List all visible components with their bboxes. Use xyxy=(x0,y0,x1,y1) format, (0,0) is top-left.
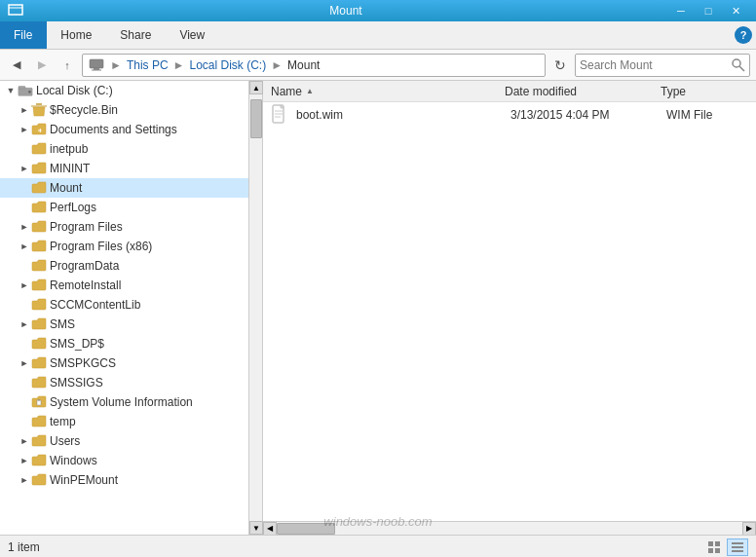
file-row-boot-wim[interactable]: boot.wim 3/13/2015 4:04 PM WIM File xyxy=(263,102,756,128)
tree-item-programfiles[interactable]: ► Program Files xyxy=(0,217,248,237)
expander-winpemount[interactable]: ► xyxy=(18,473,31,487)
expander-programfiles-x86[interactable]: ► xyxy=(18,240,31,253)
h-scroll-left[interactable]: ◀ xyxy=(263,522,277,536)
h-scroll-thumb[interactable] xyxy=(277,523,335,535)
path-local-disk[interactable]: Local Disk (C:) xyxy=(189,58,266,72)
tree-label-programfiles: Program Files xyxy=(50,220,123,234)
tree-item-smspkg[interactable]: ► SMSPKGCS xyxy=(0,353,248,373)
folder-minint-icon xyxy=(31,162,47,175)
col-date-label: Date modified xyxy=(505,85,577,98)
tree-item-local-disk[interactable]: ▼ Local Disk (C:) xyxy=(0,81,248,100)
view-details-button[interactable] xyxy=(727,538,748,556)
path-this-pc[interactable]: This PC xyxy=(127,58,169,72)
expander-users[interactable]: ► xyxy=(18,434,31,448)
tree-item-sccm[interactable]: ► SCCMContentLib xyxy=(0,295,248,315)
search-box[interactable] xyxy=(575,54,750,77)
file-name-label: boot.wim xyxy=(296,108,510,122)
tree-item-smssigs[interactable]: ► SMSSIGS xyxy=(0,373,248,392)
tree-item-sysvolinfo[interactable]: ► System Volume Information xyxy=(0,392,248,412)
up-button[interactable]: ↑ xyxy=(57,55,78,76)
tree-scroll-down[interactable]: ▼ xyxy=(249,521,263,535)
close-button[interactable]: ✕ xyxy=(723,2,748,19)
folder-smsdp-icon xyxy=(31,337,47,351)
tree-scroll-thumb[interactable] xyxy=(250,99,262,138)
address-path[interactable]: ► This PC ► Local Disk (C:) ► Mount xyxy=(82,54,546,77)
tree-item-temp[interactable]: ► temp xyxy=(0,412,248,431)
svg-rect-20 xyxy=(732,542,743,544)
window-controls: ─ □ ✕ xyxy=(668,2,748,19)
tree-item-inetpub[interactable]: ► inetpub xyxy=(0,139,248,159)
forward-button[interactable]: ▶ xyxy=(31,55,53,76)
tree-item-programdata[interactable]: ► ProgramData xyxy=(0,256,248,276)
tree-item-programfiles-x86[interactable]: ► Program Files (x86) xyxy=(0,237,248,256)
view-tiles-button[interactable] xyxy=(703,538,725,556)
svg-rect-17 xyxy=(715,541,720,546)
expander-local-disk[interactable]: ▼ xyxy=(4,84,18,97)
tree-item-windows[interactable]: ► Windows xyxy=(0,451,248,470)
folder-programfiles-icon xyxy=(31,220,47,234)
tree-item-mount[interactable]: ► Mount xyxy=(0,178,248,198)
tree-item-recycle[interactable]: ► $Recycle.Bin xyxy=(0,100,248,120)
status-item-count: 1 item xyxy=(8,540,40,554)
title-bar: Mount ─ □ ✕ xyxy=(0,0,756,21)
back-button[interactable]: ◀ xyxy=(6,55,27,76)
ribbon-help[interactable]: ? xyxy=(735,21,756,49)
col-header-name[interactable]: Name ▲ xyxy=(271,85,505,98)
col-header-type[interactable]: Type xyxy=(661,85,748,98)
refresh-button[interactable]: ↻ xyxy=(549,55,571,76)
expander-recycle[interactable]: ► xyxy=(18,103,31,117)
tree-item-winpemount[interactable]: ► WinPEMount xyxy=(0,470,248,490)
minimize-button[interactable]: ─ xyxy=(668,2,694,19)
tree-label-programfiles-x86: Program Files (x86) xyxy=(50,240,152,253)
h-scroll-track[interactable] xyxy=(277,522,742,536)
path-mount: Mount xyxy=(287,58,320,72)
tree-label-sms: SMS xyxy=(50,317,75,331)
tree-label-winpemount: WinPEMount xyxy=(50,473,118,487)
file-date-cell: 3/13/2015 4:04 PM xyxy=(510,108,666,122)
search-input[interactable] xyxy=(580,58,732,72)
tree-label-sccm: SCCMContentLib xyxy=(50,298,140,312)
column-headers: Name ▲ Date modified Type xyxy=(263,81,756,102)
help-button[interactable]: ? xyxy=(735,26,752,44)
expander-programfiles[interactable]: ► xyxy=(18,220,31,234)
folder-windows-icon xyxy=(31,454,47,467)
svg-point-5 xyxy=(733,59,740,67)
maximize-button[interactable]: □ xyxy=(696,2,721,19)
tree-item-sms[interactable]: ► SMS xyxy=(0,315,248,334)
tree-scroll-up[interactable]: ▲ xyxy=(249,81,263,94)
tab-file[interactable]: File xyxy=(0,21,47,49)
expander-remoteinstall[interactable]: ► xyxy=(18,278,31,292)
folder-programfiles-x86-icon xyxy=(31,240,47,253)
svg-rect-9 xyxy=(19,87,25,90)
col-header-date[interactable]: Date modified xyxy=(505,85,661,98)
tree-vertical-scrollbar[interactable]: ▲ ▼ xyxy=(248,81,262,535)
tab-home[interactable]: Home xyxy=(47,21,106,49)
tree-item-perflogs[interactable]: ► PerfLogs xyxy=(0,198,248,217)
tree-label-smspkg: SMSPKGCS xyxy=(50,356,116,370)
tree-item-minint[interactable]: ► MININT xyxy=(0,159,248,178)
folder-sms-icon xyxy=(31,317,47,331)
expander-docsettings[interactable]: ► xyxy=(18,123,31,136)
svg-rect-2 xyxy=(90,59,103,68)
tree-item-docsettings[interactable]: ► Documents and Settings xyxy=(0,120,248,139)
expander-minint[interactable]: ► xyxy=(18,162,31,175)
tree-item-users[interactable]: ► Users xyxy=(0,431,248,451)
tree-item-smsdp[interactable]: ► SMS_DP$ xyxy=(0,334,248,353)
folder-remoteinstall-icon xyxy=(31,278,47,292)
tab-share[interactable]: Share xyxy=(106,21,166,49)
path-sep-2: ► xyxy=(173,58,185,72)
tree-label-recycle: $Recycle.Bin xyxy=(50,103,118,117)
tree-item-remoteinstall[interactable]: ► RemoteInstall xyxy=(0,276,248,295)
expander-smspkg[interactable]: ► xyxy=(18,356,31,370)
folder-mount-icon xyxy=(31,181,47,195)
window-icon xyxy=(8,4,23,18)
content-horizontal-scrollbar[interactable]: ◀ ▶ xyxy=(263,521,756,535)
h-scroll-right[interactable]: ▶ xyxy=(742,522,756,536)
tab-view[interactable]: View xyxy=(166,21,219,49)
col-name-label: Name xyxy=(271,85,302,98)
expander-sms[interactable]: ► xyxy=(18,317,31,331)
file-date-label: 3/13/2015 4:04 PM xyxy=(510,108,609,122)
tree-scroll-track[interactable] xyxy=(249,94,262,521)
recycle-icon xyxy=(31,103,47,117)
expander-windows[interactable]: ► xyxy=(18,454,31,467)
